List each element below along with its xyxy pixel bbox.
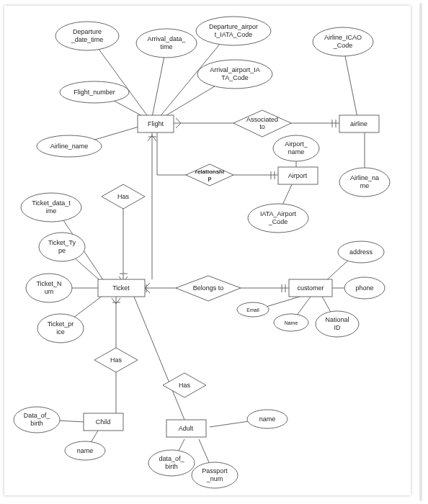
entity-child: Child (84, 413, 123, 431)
rel-has-flight-ticket: Has (102, 184, 145, 209)
svg-text:Associated: Associated (246, 116, 278, 123)
svg-text:Name: Name (285, 320, 298, 325)
svg-text:Has: Has (179, 382, 191, 389)
svg-line-49 (116, 298, 120, 304)
svg-text:Airport_: Airport_ (285, 140, 308, 148)
svg-text:Ticket: Ticket (112, 284, 130, 292)
svg-text:Airline_ICAO: Airline_ICAO (324, 34, 362, 41)
attribute-national-id: NationalID (316, 311, 359, 337)
entity-airline: airline (339, 115, 379, 132)
attribute-airport-name: Airport_name (273, 135, 319, 161)
svg-text:Passport: Passport (202, 467, 228, 474)
er-svg: Departure_date_time Arrival_data_time De… (4, 6, 411, 495)
attribute-email: Email (237, 302, 269, 317)
svg-text:Airline_name: Airline_name (50, 143, 89, 150)
attribute-ticket-num: Ticket_Num (26, 274, 72, 302)
entity-airport: Airport (278, 167, 318, 184)
entity-customer: customer (289, 279, 332, 297)
svg-text:Departure: Departure (73, 28, 102, 35)
svg-text:time: time (160, 43, 172, 50)
rel-belongs-to: Belongs to (176, 276, 241, 301)
svg-line-25 (152, 135, 156, 141)
attribute-child-dob: Data_of_birth (14, 407, 60, 433)
svg-text:Email: Email (246, 307, 259, 312)
attribute-departure-date-time: Departure_date_time (55, 22, 119, 50)
svg-text:National: National (325, 316, 349, 323)
svg-text:customer: customer (297, 284, 324, 292)
svg-text:TA_Code: TA_Code (221, 74, 248, 81)
svg-text:name: name (288, 148, 305, 156)
svg-line-24 (148, 135, 152, 141)
svg-text:Arrival_airport_IA: Arrival_airport_IA (210, 66, 260, 73)
svg-text:relationshi: relationshi (195, 168, 224, 175)
attribute-airline-name: Airline_name (339, 168, 390, 197)
svg-text:Adult: Adult (179, 425, 194, 432)
svg-text:address: address (349, 248, 373, 256)
page: { "entities": { "flight": "Flight", "air… (0, 0, 428, 504)
svg-text:Airport: Airport (288, 172, 308, 179)
svg-text:Departure_airpor: Departure_airpor (209, 23, 258, 30)
svg-text:Flight_number: Flight_number (73, 89, 115, 96)
attribute-departure-airport-iata: Departure_airport_IATA_Code (196, 17, 271, 45)
attribute-flight-number: Flight_number (60, 81, 129, 103)
entity-adult: Adult (166, 420, 206, 437)
attribute-passport-num: Passport_num (192, 462, 238, 488)
rel-relationship: relationship (186, 164, 233, 186)
svg-text:um: um (45, 288, 54, 295)
svg-line-48 (112, 298, 116, 304)
svg-text:IATA_Airport: IATA_Airport (260, 210, 297, 217)
entity-flight: Flight (138, 115, 174, 132)
svg-text:pe: pe (58, 247, 66, 254)
svg-text:_Code: _Code (333, 42, 353, 49)
attribute-airline-icao: Airline_ICAO_Code (313, 27, 373, 56)
svg-text:name: name (77, 447, 94, 454)
svg-text:ime: ime (46, 207, 57, 215)
svg-text:ID: ID (334, 324, 342, 331)
svg-text:birth: birth (165, 463, 178, 470)
svg-text:to: to (259, 123, 265, 130)
svg-text:name: name (259, 415, 276, 423)
svg-text:Ticket_Ty: Ticket_Ty (48, 239, 76, 246)
scrollbar[interactable] (419, 3, 422, 501)
svg-text:Data_of_: Data_of_ (24, 412, 51, 419)
svg-line-8 (176, 118, 181, 123)
attribute-arrival-data-time: Arrival_data_time (136, 29, 197, 58)
svg-text:Flight: Flight (148, 120, 164, 127)
attribute-adult-dob: data_of_birth (148, 450, 195, 476)
svg-line-50 (134, 297, 184, 420)
svg-text:me: me (360, 182, 370, 189)
attribute-adult-name: name (247, 410, 287, 428)
svg-text:Has: Has (117, 193, 130, 200)
svg-text:Ticket_data_t: Ticket_data_t (32, 199, 71, 207)
svg-text:Arrival_data_: Arrival_data_ (147, 35, 186, 42)
svg-text:Ticket_pr: Ticket_pr (48, 320, 74, 328)
attribute-iata-airport-code: IATA_Airport_Code (248, 204, 308, 233)
svg-line-9 (176, 123, 181, 128)
svg-text:t_IATA_Code: t_IATA_Code (215, 31, 253, 38)
rel-has-ticket-child: Has (94, 348, 138, 372)
svg-text:_Code: _Code (268, 218, 288, 225)
rel-associated-to: Associatedto (233, 110, 291, 137)
attribute-ticket-price: Ticket_price (37, 314, 84, 343)
attribute-name-customer: Name (274, 314, 308, 331)
svg-text:Belongs to: Belongs to (193, 284, 224, 292)
attribute-address: address (338, 241, 384, 263)
rel-has-ticket-adult: Has (163, 373, 206, 397)
attribute-child-name: name (65, 441, 105, 460)
attribute-arrival-airport-iata: Arrival_airport_IATA_Code (197, 60, 272, 89)
svg-text:phone: phone (355, 284, 373, 292)
svg-line-37 (145, 288, 150, 293)
svg-text:_num: _num (206, 475, 223, 482)
svg-text:airline: airline (350, 120, 367, 127)
svg-line-36 (145, 283, 150, 288)
attribute-ticket-data-time: Ticket_data_time (21, 193, 81, 222)
attribute-ticket-type: Ticket_Type (39, 233, 85, 261)
svg-text:ice: ice (56, 328, 65, 336)
attribute-phone: phone (344, 277, 385, 299)
svg-text:birth: birth (30, 420, 43, 427)
entity-ticket: Ticket (98, 279, 145, 297)
svg-text:data_of_: data_of_ (159, 455, 184, 462)
svg-text:Child: Child (96, 418, 111, 426)
attribute-airline-name-flight: Airline_name (37, 135, 102, 157)
svg-text:Airline_na: Airline_na (350, 174, 379, 181)
